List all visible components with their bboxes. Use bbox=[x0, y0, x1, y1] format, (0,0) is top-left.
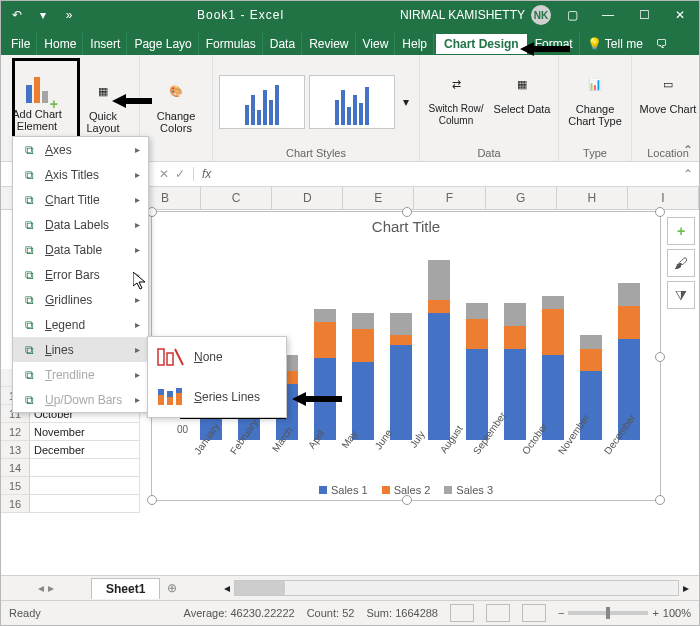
cell-a16[interactable] bbox=[30, 495, 140, 513]
bar-segment[interactable] bbox=[504, 303, 526, 326]
sheet-nav-prev[interactable]: ▸ bbox=[48, 581, 54, 595]
maximize-button[interactable]: ☐ bbox=[629, 5, 659, 25]
row-12[interactable]: 12 bbox=[1, 423, 30, 441]
col-d[interactable]: D bbox=[272, 187, 343, 209]
chart-style-2[interactable] bbox=[309, 75, 395, 129]
bar-segment[interactable] bbox=[466, 319, 488, 348]
user-avatar[interactable]: NK bbox=[531, 5, 551, 25]
col-h[interactable]: H bbox=[557, 187, 628, 209]
change-chart-type-button[interactable]: 📊 Change Chart Type bbox=[565, 65, 625, 139]
comments-button[interactable]: 🗨 bbox=[650, 33, 674, 55]
view-page-layout-button[interactable] bbox=[486, 604, 510, 622]
chart-style-1[interactable] bbox=[219, 75, 305, 129]
col-g[interactable]: G bbox=[486, 187, 557, 209]
close-button[interactable]: ✕ bbox=[665, 5, 695, 25]
bar-segment[interactable] bbox=[314, 322, 336, 358]
menu-item-error-bars[interactable]: ⧉Error Bars▸ bbox=[13, 262, 148, 287]
bar-segment[interactable] bbox=[428, 300, 450, 313]
bar-segment[interactable] bbox=[618, 306, 640, 339]
resize-handle[interactable] bbox=[402, 207, 412, 217]
tab-insert[interactable]: Insert bbox=[84, 33, 127, 55]
submenu-item-series-lines[interactable]: Series Lines bbox=[148, 377, 286, 417]
quick-layout-button[interactable]: ▦ Quick Layout bbox=[73, 72, 133, 146]
bar-segment[interactable] bbox=[390, 313, 412, 336]
tab-formulas[interactable]: Formulas bbox=[200, 33, 263, 55]
tab-file[interactable]: File bbox=[5, 33, 37, 55]
menu-item-gridlines[interactable]: ⧉Gridlines▸ bbox=[13, 287, 148, 312]
bar-segment[interactable] bbox=[352, 313, 374, 329]
bar-segment[interactable] bbox=[466, 303, 488, 319]
tab-page-layout[interactable]: Page Layo bbox=[128, 33, 198, 55]
bar-segment[interactable] bbox=[314, 309, 336, 322]
menu-item-data-table[interactable]: ⧉Data Table▸ bbox=[13, 237, 148, 262]
bar-segment[interactable] bbox=[504, 326, 526, 349]
enter-icon[interactable]: ✓ bbox=[175, 167, 185, 181]
row-14[interactable]: 14 bbox=[1, 459, 30, 477]
switch-row-column-button[interactable]: ⇄ Switch Row/ Column bbox=[426, 65, 486, 139]
cell-a13[interactable]: December bbox=[30, 441, 140, 459]
cell-a12[interactable]: November bbox=[30, 423, 140, 441]
horizontal-scrollbar[interactable]: ◂ ▸ bbox=[214, 580, 699, 596]
bar-segment[interactable] bbox=[390, 335, 412, 345]
resize-handle[interactable] bbox=[655, 207, 665, 217]
add-chart-element-button[interactable]: + Add Chart Element ▾ bbox=[7, 72, 67, 146]
bar-segment[interactable] bbox=[542, 296, 564, 309]
cell-a14[interactable] bbox=[30, 459, 140, 477]
expand-formula-bar-button[interactable]: ⌃ bbox=[677, 167, 699, 181]
tab-help[interactable]: Help bbox=[396, 33, 434, 55]
ribbon-display-button[interactable]: ▢ bbox=[557, 5, 587, 25]
row-15[interactable]: 15 bbox=[1, 477, 30, 495]
col-f[interactable]: F bbox=[414, 187, 485, 209]
chart-filters-button[interactable]: ⧩ bbox=[667, 281, 695, 309]
menu-item-data-labels[interactable]: ⧉Data Labels▸ bbox=[13, 212, 148, 237]
collapse-ribbon-button[interactable]: ⌃ bbox=[683, 143, 693, 157]
view-normal-button[interactable] bbox=[450, 604, 474, 622]
chart-styles-button[interactable]: 🖌 bbox=[667, 249, 695, 277]
qat-more-button[interactable]: » bbox=[57, 5, 81, 25]
sheet-tab-sheet1[interactable]: Sheet1 bbox=[91, 578, 160, 599]
submenu-item-none[interactable]: None bbox=[148, 337, 286, 377]
row-13[interactable]: 13 bbox=[1, 441, 30, 459]
tab-view[interactable]: View bbox=[357, 33, 396, 55]
bar-segment[interactable] bbox=[618, 283, 640, 306]
name-box[interactable]: ✕ ✓ bbox=[151, 167, 194, 181]
bar-segment[interactable] bbox=[580, 349, 602, 372]
tab-home[interactable]: Home bbox=[38, 33, 83, 55]
cancel-icon[interactable]: ✕ bbox=[159, 167, 169, 181]
menu-item-lines[interactable]: ⧉Lines▸ bbox=[13, 337, 148, 362]
chart-elements-button[interactable]: + bbox=[667, 217, 695, 245]
cell-a15[interactable] bbox=[30, 477, 140, 495]
minimize-button[interactable]: — bbox=[593, 5, 623, 25]
tab-data[interactable]: Data bbox=[264, 33, 302, 55]
view-page-break-button[interactable] bbox=[522, 604, 546, 622]
col-i[interactable]: I bbox=[628, 187, 699, 209]
resize-handle[interactable] bbox=[147, 495, 157, 505]
bar-segment[interactable] bbox=[580, 335, 602, 348]
move-chart-button[interactable]: ▭ Move Chart bbox=[638, 65, 698, 139]
redo-button[interactable]: ▾ bbox=[31, 5, 55, 25]
menu-item-legend[interactable]: ⧉Legend▸ bbox=[13, 312, 148, 337]
select-data-button[interactable]: ▦ Select Data bbox=[492, 65, 552, 139]
row-16[interactable]: 16 bbox=[1, 495, 30, 513]
resize-handle[interactable] bbox=[655, 495, 665, 505]
bar-segment[interactable] bbox=[352, 329, 374, 362]
resize-handle[interactable] bbox=[655, 352, 665, 362]
undo-button[interactable]: ↶ bbox=[5, 5, 29, 25]
tab-format[interactable]: Format bbox=[529, 33, 580, 55]
bar-segment[interactable] bbox=[428, 313, 450, 440]
add-sheet-button[interactable]: ⊕ bbox=[160, 581, 184, 595]
zoom-control[interactable]: −+ 100% bbox=[558, 607, 691, 619]
tab-review[interactable]: Review bbox=[303, 33, 355, 55]
bar-segment[interactable] bbox=[428, 260, 450, 299]
menu-item-chart-title[interactable]: ⧉Chart Title▸ bbox=[13, 187, 148, 212]
tab-chart-design[interactable]: Chart Design bbox=[435, 33, 528, 55]
chart-styles-more-button[interactable]: ▾ bbox=[399, 95, 413, 109]
col-e[interactable]: E bbox=[343, 187, 414, 209]
menu-item-axis-titles[interactable]: ⧉Axis Titles▸ bbox=[13, 162, 148, 187]
fx-label[interactable]: fx bbox=[194, 167, 219, 181]
zoom-level[interactable]: 100% bbox=[663, 607, 691, 619]
bar-segment[interactable] bbox=[542, 309, 564, 355]
change-colors-button[interactable]: 🎨 Change Colors bbox=[146, 72, 206, 146]
resize-handle[interactable] bbox=[402, 495, 412, 505]
col-c[interactable]: C bbox=[201, 187, 272, 209]
